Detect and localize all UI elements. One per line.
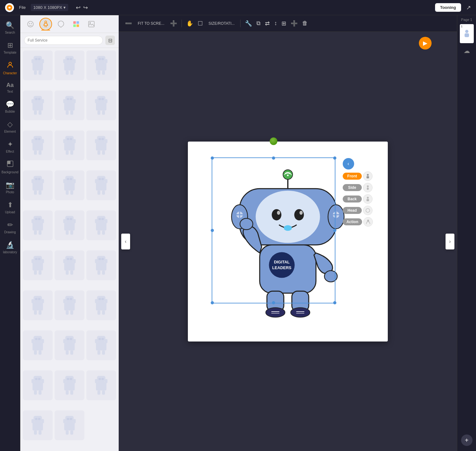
svg-rect-131 [102, 230, 105, 235]
svg-rect-145 [73, 259, 76, 263]
sidebar-item-effect[interactable]: ✦ Effect [0, 137, 20, 156]
crop-button[interactable]: ⧉ [255, 19, 262, 28]
canvas-size-selector[interactable]: 1080 X 1080PX ▾ [31, 4, 68, 11]
size-rotation-button[interactable]: SIZE/ROTATI... [206, 20, 237, 27]
top-bar: File 1080 X 1080PX ▾ ↩ ↪ Tooning ↗ [0, 0, 476, 15]
svg-rect-174 [97, 296, 105, 302]
sidebar-item-template[interactable]: ⊞ Template [0, 38, 20, 57]
canvas-frame[interactable]: DIGITAL LEADERS [188, 142, 388, 342]
file-menu[interactable]: File [19, 5, 26, 10]
tooning-button[interactable]: Tooning [435, 3, 461, 12]
sidebar-item-laboratory[interactable]: 🔬 laboratory [0, 238, 20, 257]
list-item[interactable] [23, 330, 53, 360]
sidebar-item-bubble[interactable]: 💬 Bubble [0, 97, 20, 116]
page-thumbnail[interactable]: 1 [460, 24, 474, 43]
list-item[interactable] [23, 410, 53, 440]
list-item[interactable] [55, 370, 84, 400]
svg-rect-129 [105, 219, 108, 223]
rotate-handle[interactable] [270, 137, 277, 145]
panel-search-bar: ⊟ [20, 33, 119, 48]
sidebar-item-character[interactable]: Character [0, 58, 20, 78]
pose-toggle-button[interactable]: ‹ [343, 158, 354, 169]
list-item[interactable] [23, 290, 53, 320]
sidebar-item-photo[interactable]: 📷 Photo [0, 178, 20, 197]
list-item[interactable] [55, 290, 84, 320]
sidebar-item-search[interactable]: 🔍 Search [0, 18, 20, 37]
svg-point-286 [465, 30, 468, 33]
search-input[interactable] [24, 36, 103, 45]
resize-handle-bottom-left[interactable] [211, 301, 214, 304]
redo-button[interactable]: ↪ [83, 4, 88, 11]
list-item[interactable] [55, 90, 84, 120]
hand-tool-button[interactable]: ✋ [185, 19, 195, 28]
sidebar-item-upload[interactable]: ⬆ Upload [0, 198, 20, 217]
align-button[interactable]: ⊞ [280, 19, 288, 28]
list-item[interactable] [86, 250, 116, 280]
list-item[interactable] [23, 170, 53, 200]
list-item[interactable] [86, 290, 116, 320]
svg-point-36 [98, 58, 101, 60]
list-item[interactable] [55, 410, 84, 440]
list-item[interactable] [55, 130, 84, 160]
list-item[interactable] [23, 370, 53, 400]
filter-button[interactable]: ⊟ [105, 36, 115, 45]
add-button[interactable]: ➕ [289, 19, 299, 28]
svg-rect-39 [33, 102, 43, 110]
list-item[interactable] [23, 90, 53, 120]
undo-button[interactable]: ↩ [76, 4, 81, 11]
image-tool-button[interactable] [85, 18, 98, 30]
cloud-button[interactable]: ☁ [464, 47, 470, 55]
canvas-prev-button[interactable]: ‹ [121, 234, 130, 249]
svg-rect-67 [39, 150, 42, 155]
svg-rect-120 [63, 219, 66, 223]
list-item[interactable] [55, 250, 84, 280]
list-item[interactable] [86, 50, 116, 80]
list-item[interactable] [55, 330, 84, 360]
zoom-out-button[interactable]: ➖ [124, 19, 133, 28]
adjust-button[interactable]: 🔧 [244, 19, 253, 28]
svg-rect-78 [97, 136, 105, 142]
svg-rect-113 [42, 219, 44, 223]
list-item[interactable] [86, 90, 116, 120]
body-tool-button[interactable] [39, 18, 52, 30]
resize-handle-top-center[interactable] [272, 156, 275, 160]
list-item[interactable] [55, 210, 84, 240]
svg-rect-59 [102, 110, 105, 115]
sidebar-item-background[interactable]: Background [0, 157, 20, 177]
sidebar-item-drawing[interactable]: ✏ Drawing [0, 218, 20, 237]
flip-v-button[interactable]: ↕ [273, 19, 278, 28]
sidebar-item-text[interactable]: Aa Text [0, 79, 20, 96]
select-tool-button[interactable]: ☐ [196, 19, 204, 28]
play-button[interactable]: ▶ [419, 37, 432, 50]
flip-h-button[interactable]: ⇄ [264, 19, 271, 28]
list-item[interactable] [86, 210, 116, 240]
svg-point-77 [70, 138, 72, 140]
list-item[interactable] [55, 50, 84, 80]
color-tool-button[interactable] [70, 18, 83, 30]
style-tool-button[interactable] [55, 18, 67, 30]
list-item[interactable] [55, 170, 84, 200]
list-item[interactable] [23, 250, 53, 280]
svg-rect-50 [66, 110, 69, 115]
face-tool-button[interactable] [24, 18, 37, 30]
share-button[interactable]: ↗ [466, 4, 471, 11]
list-item[interactable] [86, 130, 116, 160]
list-item[interactable] [23, 130, 53, 160]
canvas-next-button[interactable]: › [446, 234, 454, 249]
svg-rect-206 [34, 376, 42, 382]
list-item[interactable] [23, 210, 53, 240]
list-item[interactable] [86, 370, 116, 400]
sidebar-item-element[interactable]: ◇ Element [0, 117, 20, 136]
fit-to-screen-button[interactable]: FIT TO SCRE... [135, 20, 167, 27]
resize-handle-top-right[interactable] [333, 156, 336, 160]
svg-rect-75 [70, 150, 73, 155]
add-page-button[interactable]: + [461, 434, 473, 446]
list-item[interactable] [86, 170, 116, 200]
zoom-in-button[interactable]: ➕ [169, 19, 178, 28]
resize-handle-top-left[interactable] [211, 156, 214, 160]
list-item[interactable] [86, 330, 116, 360]
list-item[interactable] [23, 50, 53, 80]
delete-button[interactable]: 🗑 [301, 19, 309, 28]
resize-handle-middle-left[interactable] [211, 229, 214, 232]
svg-point-245 [70, 418, 72, 420]
